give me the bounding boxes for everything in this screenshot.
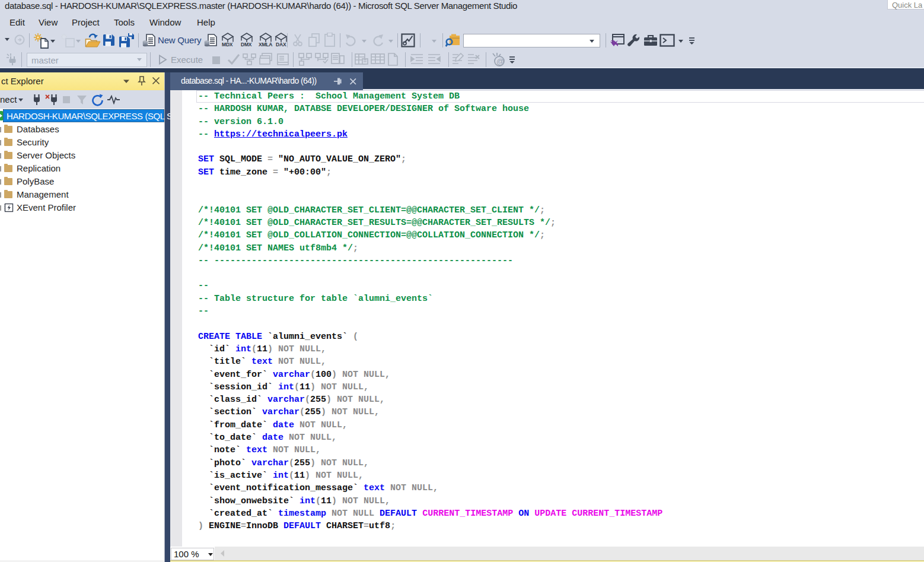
svg-text:@: @ [496, 57, 504, 66]
